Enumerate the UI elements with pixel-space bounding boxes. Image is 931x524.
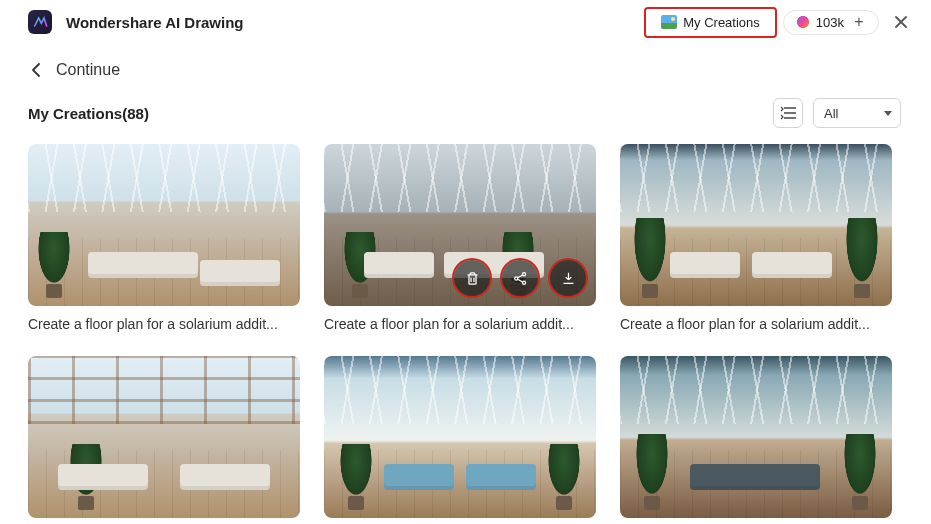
creation-caption: Create a floor plan for a solarium addit… (620, 316, 892, 332)
creation-card[interactable] (324, 356, 596, 524)
scene-render (28, 356, 300, 518)
svg-point-1 (522, 272, 525, 275)
creation-thumbnail[interactable] (620, 356, 892, 518)
back-button[interactable] (26, 60, 46, 80)
creation-card[interactable]: Create a floor plan for a solarium addit… (324, 144, 596, 332)
creation-thumbnail[interactable] (620, 144, 892, 306)
close-button[interactable] (887, 8, 915, 36)
filter-select[interactable]: All (813, 98, 901, 128)
credits-pill[interactable]: 103k + (783, 10, 879, 35)
share-button[interactable] (502, 260, 538, 296)
sort-button[interactable] (773, 98, 803, 128)
app-logo-icon (28, 10, 52, 34)
app-title: Wondershare AI Drawing (66, 14, 244, 31)
creation-grid: Create a floor plan for a solarium addit… (0, 140, 931, 524)
plus-icon[interactable]: + (852, 15, 866, 29)
my-creations-button[interactable]: My Creations (646, 9, 775, 36)
delete-button[interactable] (454, 260, 490, 296)
share-icon (512, 270, 529, 287)
my-creations-label: My Creations (683, 15, 760, 30)
scene-render (620, 356, 892, 518)
section-count: (88) (122, 105, 149, 122)
creation-caption: Create a floor plan for a solarium addit… (28, 316, 300, 332)
download-icon (560, 270, 577, 287)
section-title: My Creations(88) (28, 105, 149, 122)
subheader: Continue (0, 44, 931, 88)
creation-thumbnail[interactable] (324, 356, 596, 518)
credits-value: 103k (816, 15, 844, 30)
creation-thumbnail[interactable] (28, 356, 300, 518)
section-header: My Creations(88) All (0, 88, 931, 140)
card-actions (454, 260, 586, 296)
creation-thumbnail[interactable] (324, 144, 596, 306)
creation-card[interactable] (28, 356, 300, 524)
creation-thumbnail[interactable] (28, 144, 300, 306)
creation-card[interactable] (620, 356, 892, 524)
creation-caption: Create a floor plan for a solarium addit… (324, 316, 596, 332)
creation-card[interactable]: Create a floor plan for a solarium addit… (620, 144, 892, 332)
sort-icon (780, 106, 796, 120)
section-title-text: My Creations (28, 105, 122, 122)
picture-icon (661, 15, 677, 29)
svg-point-2 (522, 281, 525, 284)
filter-value: All (824, 106, 838, 121)
scene-render (620, 144, 892, 306)
download-button[interactable] (550, 260, 586, 296)
svg-point-0 (514, 276, 517, 279)
scene-render (28, 144, 300, 306)
close-icon (894, 15, 908, 29)
continue-label: Continue (56, 61, 120, 79)
delete-icon (464, 270, 481, 287)
credits-icon (796, 15, 810, 29)
topbar: Wondershare AI Drawing My Creations 103k… (0, 0, 931, 44)
creation-card[interactable]: Create a floor plan for a solarium addit… (28, 144, 300, 332)
scene-render (324, 356, 596, 518)
chevron-left-icon (31, 62, 41, 78)
